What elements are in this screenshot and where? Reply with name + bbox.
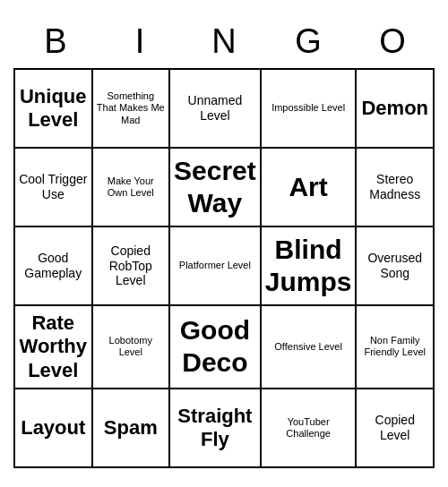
header-letter: G (266, 19, 350, 68)
cell-text: Stereo Madness (360, 172, 429, 202)
bingo-cell[interactable]: Overused Song (357, 227, 435, 306)
bingo-cell[interactable]: Demon (357, 70, 435, 149)
bingo-cell[interactable]: Copied RobTop Level (93, 227, 171, 306)
bingo-cell[interactable]: Good Gameplay (15, 227, 93, 306)
cell-text: Impossible Level (271, 102, 345, 114)
cell-text: Unnamed Level (174, 93, 256, 124)
header-letter: I (98, 19, 182, 68)
bingo-cell[interactable]: Secret Way (170, 149, 262, 227)
cell-text: Make Your Own Level (97, 175, 166, 199)
cell-text: Straight Fly (174, 405, 256, 452)
bingo-cell[interactable]: Layout (15, 389, 93, 468)
cell-text: Good Gameplay (19, 251, 88, 281)
cell-text: YouTuber Challenge (265, 416, 352, 440)
cell-text: Non Family Friendly Level (360, 335, 429, 358)
bingo-cell[interactable]: Spam (93, 389, 171, 468)
bingo-card: BINGO Unique LevelSomething That Makes M… (4, 10, 444, 477)
bingo-cell[interactable]: Lobotomy Level (93, 306, 171, 389)
bingo-cell[interactable]: Non Family Friendly Level (357, 306, 435, 389)
cell-text: Platformer Level (179, 260, 251, 271)
bingo-cell[interactable]: Art (262, 149, 358, 227)
bingo-cell[interactable]: Offensive Level (262, 306, 358, 389)
cell-text: Lobotomy Level (97, 335, 166, 358)
cell-text: Layout (21, 416, 85, 440)
bingo-cell[interactable]: Rate Worthy Level (15, 306, 93, 389)
bingo-cell[interactable]: Stereo Madness (357, 149, 435, 227)
cell-text: Rate Worthy Level (19, 312, 88, 382)
cell-text: Demon (361, 97, 428, 120)
bingo-cell[interactable]: Copied Level (357, 389, 435, 468)
cell-text: Blind Jumps (265, 234, 352, 298)
bingo-cell[interactable]: Make Your Own Level (93, 149, 171, 227)
cell-text: Good Deco (174, 314, 256, 379)
cell-text: Spam (104, 416, 158, 440)
bingo-header: BINGO (13, 19, 435, 68)
bingo-grid: Unique LevelSomething That Makes Me MadU… (13, 68, 435, 468)
bingo-cell[interactable]: Platformer Level (170, 227, 262, 306)
bingo-cell[interactable]: Impossible Level (262, 70, 358, 149)
cell-text: Cool Trigger Use (19, 172, 88, 202)
cell-text: Secret Way (174, 155, 256, 219)
bingo-cell[interactable]: Straight Fly (170, 389, 262, 468)
cell-text: Unique Level (19, 85, 88, 132)
header-letter: O (350, 19, 435, 68)
bingo-cell[interactable]: Unnamed Level (170, 70, 262, 149)
header-letter: N (182, 19, 266, 68)
cell-text: Copied RobTop Level (97, 244, 166, 288)
header-letter: B (13, 19, 98, 68)
cell-text: Something That Makes Me Mad (97, 90, 166, 126)
bingo-cell[interactable]: Blind Jumps (262, 227, 358, 306)
bingo-cell[interactable]: Something That Makes Me Mad (93, 70, 171, 149)
bingo-cell[interactable]: Unique Level (15, 70, 93, 149)
bingo-cell[interactable]: Good Deco (170, 306, 262, 389)
cell-text: Copied Level (360, 413, 429, 443)
cell-text: Art (289, 171, 327, 203)
bingo-cell[interactable]: Cool Trigger Use (15, 149, 93, 227)
cell-text: Overused Song (360, 251, 429, 281)
bingo-cell[interactable]: YouTuber Challenge (262, 389, 358, 468)
cell-text: Offensive Level (274, 341, 342, 353)
